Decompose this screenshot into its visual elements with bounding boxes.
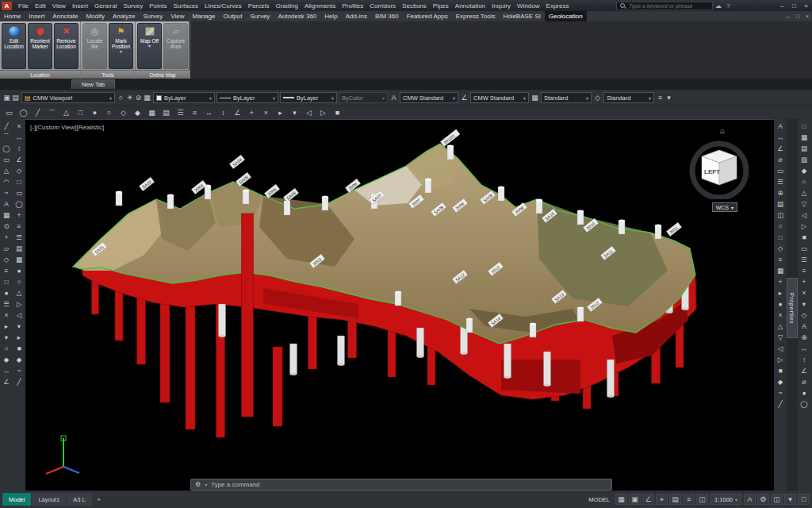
tool-icon[interactable]: ▤ [159,108,173,118]
menu-item[interactable]: Points [146,2,170,10]
tool-icon[interactable]: × [259,108,273,118]
modify-tool-icon[interactable]: ▤ [14,243,25,253]
map-off-button[interactable]: Map Off▾ [137,23,162,69]
ribbon-tab[interactable]: Featured Apps [403,11,452,21]
palette-tool-icon[interactable]: ▦ [799,132,810,142]
modify-tool-icon[interactable]: ◇ [14,165,25,175]
modify-tool-icon[interactable]: ∠ [14,154,25,164]
tool-icon[interactable]: ◇ [117,108,130,118]
draw-tool-icon[interactable]: ≡ [2,265,12,275]
palette-tool-icon[interactable]: ☰ [799,254,810,264]
doc-window-control[interactable]: □ [793,13,802,19]
draw-tool-icon[interactable]: ☰ [2,298,12,309]
edit-location-button[interactable]: Edit Location [2,23,26,69]
draw-tool-icon[interactable]: ▸ [2,321,12,331]
modify-tool-icon[interactable]: ■ [14,343,25,353]
annotate-tool-icon[interactable]: + [776,276,786,287]
draw-tool-icon[interactable]: ╱ [2,121,12,131]
ribbon-tab[interactable]: HoleBASE SI [499,11,545,21]
status-toggle-icon[interactable]: ∠ [642,494,654,505]
draw-tool-icon[interactable]: ▾ [2,332,12,342]
modify-tool-icon[interactable]: △ [14,287,25,298]
menu-item[interactable]: Sections [399,2,430,10]
layout-tab[interactable]: A3 L [67,493,91,506]
annotate-tool-icon[interactable]: ⊕ [776,187,786,198]
properties-palette-tab[interactable]: Properties [787,278,798,338]
annotate-tool-icon[interactable]: ▷ [776,354,786,364]
menu-item[interactable]: Corridors [366,2,399,10]
status-tool-icon[interactable]: □ [798,494,810,505]
tool-icon[interactable]: ∠ [231,108,244,118]
add-layout-button[interactable]: + [94,496,105,503]
ribbon-tab[interactable]: Geolocation [545,11,587,21]
palette-tool-icon[interactable]: □ [799,121,810,131]
tool-icon[interactable]: ◯ [17,108,30,118]
window-control-button[interactable]: × [800,2,812,10]
viewcube[interactable]: LEFT [688,139,750,199]
annotate-tool-icon[interactable]: □ [776,232,786,242]
ribbon-tab[interactable]: Add-ins [342,11,371,21]
modify-tool-icon[interactable]: ▭ [14,187,25,198]
palette-tool-icon[interactable]: ◯ [799,398,810,409]
command-customize-icon[interactable]: ⚙ [195,481,201,488]
layer-tool-icon[interactable]: ⊘ [134,94,143,102]
tool-icon[interactable]: ▷ [316,108,330,118]
annotate-tool-icon[interactable]: △ [776,321,786,331]
annotate-tool-icon[interactable]: ■ [776,365,786,375]
ribbon-tab[interactable]: Survey [139,11,167,21]
menu-item[interactable]: View [49,2,69,10]
palette-tool-icon[interactable]: ▾ [799,298,810,309]
ribbon-tab[interactable]: Analyze [109,11,139,21]
status-tool-icon[interactable]: ▾ [784,494,796,505]
modify-tool-icon[interactable]: ○ [14,276,25,287]
wcs-dropdown[interactable]: WCS ▾ [712,202,737,212]
annotate-tool-icon[interactable]: ◆ [776,376,786,387]
status-toggle-icon[interactable]: ▣ [629,494,641,505]
dimstyle-dropdown[interactable]: CMW Standard ▾ [470,92,529,103]
textstyle-dropdown[interactable]: CMW Standard ▾ [400,92,458,103]
modify-tool-icon[interactable]: ☰ [14,232,25,242]
annotate-tool-icon[interactable]: ◇ [776,243,786,253]
draw-tool-icon[interactable]: ⌒ [2,132,12,142]
modify-tool-icon[interactable]: ◆ [14,354,25,364]
annotate-tool-icon[interactable]: ◫ [776,210,786,220]
doc-window-control[interactable]: × [802,13,812,19]
modify-tool-icon[interactable]: ◯ [14,198,25,209]
menu-item[interactable]: Parcels [245,2,273,10]
modify-tool-icon[interactable]: × [14,121,25,131]
status-toggle-icon[interactable]: ▦ [615,494,627,505]
annotate-tool-icon[interactable]: ▤ [776,198,786,209]
modify-tool-icon[interactable]: ≡ [14,221,25,231]
linetype-dropdown[interactable]: ByLayer ▾ [216,92,278,103]
menu-item[interactable]: Surfaces [170,2,202,10]
annotate-tool-icon[interactable]: ☰ [776,176,786,187]
ribbon-tab[interactable]: Survey [246,11,274,21]
palette-tool-icon[interactable]: A [799,321,810,331]
palette-tool-icon[interactable]: + [799,276,810,287]
draw-tool-icon[interactable]: ○ [2,343,12,353]
model-space-label[interactable]: MODEL [588,496,610,503]
tool-icon[interactable]: ◁ [302,108,316,118]
app-logo[interactable]: A [2,2,12,10]
modify-tool-icon[interactable]: ▸ [14,332,25,342]
layout-tab[interactable]: Layout1 [32,493,66,506]
palette-tool-icon[interactable]: ▭ [799,243,810,253]
status-toggle-icon[interactable]: ⌖ [656,494,668,505]
tool-icon[interactable]: ⌒ [45,108,59,118]
status-toggle-icon[interactable]: ▤ [669,494,681,505]
draw-tool-icon[interactable]: ● [2,287,12,298]
layout-tab[interactable]: Model [2,493,31,506]
search-input[interactable] [629,3,710,9]
tool-icon[interactable]: □ [74,108,87,118]
lineweight-dropdown[interactable]: ByLayer ▾ [280,92,337,103]
palette-tool-icon[interactable]: ▧ [799,154,810,164]
palette-tool-icon[interactable]: ▽ [799,198,810,209]
palette-tool-icon[interactable]: ■ [799,232,810,242]
palette-tool-icon[interactable]: ◇ [799,310,810,320]
tool-icon[interactable]: ■ [331,108,344,118]
palette-tool-icon[interactable]: ↔ [799,343,810,353]
titlebar-icon[interactable]: ? [724,2,732,10]
mark-position-button[interactable]: ⚑Mark Position▾ [109,23,133,69]
palette-tool-icon[interactable]: ○ [799,176,810,187]
command-line[interactable]: ⚙ ▾ Type a command [190,479,612,491]
